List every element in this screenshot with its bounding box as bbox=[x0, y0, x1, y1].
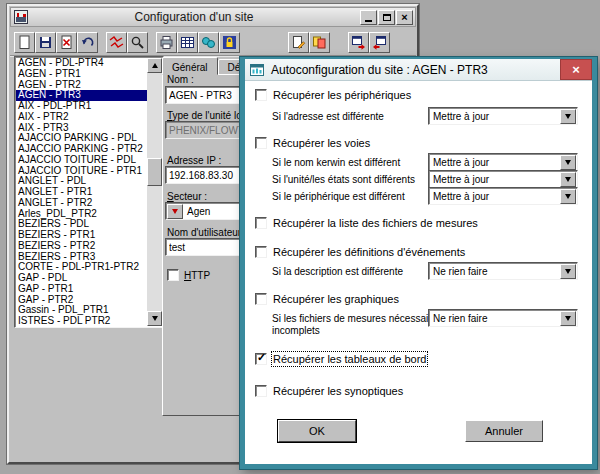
checkbox-synoptiques[interactable]: ✓ bbox=[255, 385, 267, 397]
dropdown-si-adresse[interactable]: Mettre à jour bbox=[428, 107, 578, 125]
new-button[interactable] bbox=[14, 32, 35, 53]
minimize-button[interactable] bbox=[360, 10, 377, 25]
dropdown-value: Mettre à jour bbox=[429, 157, 560, 168]
chevron-down-icon bbox=[565, 269, 571, 274]
option-label: Récupérer les graphiques bbox=[273, 293, 399, 305]
secteur-combo-button[interactable] bbox=[167, 204, 183, 219]
http-checkbox[interactable]: ✓ bbox=[167, 269, 179, 281]
dropdown-si-nom-kerwin[interactable]: Mettre à jour bbox=[428, 153, 578, 171]
dropdown-arrow-button[interactable] bbox=[560, 264, 576, 279]
dropdown-si-fichiers-incomplets[interactable]: Ne rien faire bbox=[428, 309, 578, 327]
print-button[interactable] bbox=[156, 32, 177, 53]
dropdown-arrow-button[interactable] bbox=[560, 155, 576, 170]
dropdown-arrow-button[interactable] bbox=[560, 311, 576, 326]
edit-all-button[interactable] bbox=[309, 32, 330, 53]
chevron-down-icon bbox=[565, 114, 571, 119]
checkbox-voies[interactable]: ✓ bbox=[255, 137, 267, 149]
network-button[interactable] bbox=[198, 32, 219, 53]
checkbox-tableaux-bord[interactable]: ✓ bbox=[255, 353, 267, 365]
undo-button[interactable] bbox=[77, 32, 98, 53]
option-peripheriques[interactable]: ✓ Récupérer les périphériques bbox=[255, 88, 582, 102]
window-title: Configuration d'un site bbox=[29, 10, 359, 24]
import-button[interactable] bbox=[369, 32, 390, 53]
nom-utilisateur-label: Nom d'utilisateur : bbox=[167, 227, 247, 238]
http-option[interactable]: ✓ HTTP bbox=[167, 269, 210, 281]
dialog-close-button[interactable]: × bbox=[560, 59, 592, 80]
site-list-scrollbar[interactable] bbox=[147, 58, 162, 326]
minimize-icon bbox=[365, 20, 372, 22]
chevron-down-icon bbox=[565, 194, 571, 199]
option-label: Récupérer les périphériques bbox=[273, 89, 411, 101]
chevron-down-icon bbox=[565, 160, 571, 165]
app-icon[interactable] bbox=[13, 9, 29, 25]
adresse-ip-label: Adresse IP : bbox=[167, 155, 221, 166]
option-definitions-evenements[interactable]: ✓ Récupérer les définitions d'événements bbox=[255, 245, 582, 259]
dialog-content: ✓ Récupérer les périphériques Si l'adres… bbox=[245, 81, 592, 464]
search-button[interactable] bbox=[127, 32, 148, 53]
suboption-label: Si l'adresse est différente bbox=[272, 108, 384, 123]
check-icon: ✓ bbox=[257, 351, 266, 364]
checkbox-graphiques[interactable]: ✓ bbox=[255, 293, 267, 305]
close-button[interactable]: × bbox=[396, 10, 413, 25]
suboption-label: Si l'unité/les états sont différents bbox=[272, 171, 415, 186]
dropdown-arrow-button[interactable] bbox=[560, 109, 576, 124]
suboption-peripherique: Si le périphérique est différent Mettre … bbox=[255, 188, 582, 205]
connection-button[interactable] bbox=[106, 32, 127, 53]
save-button[interactable] bbox=[35, 32, 56, 53]
site-list-item[interactable]: AIX - PTR2 bbox=[16, 112, 147, 123]
dropdown-arrow-button[interactable] bbox=[560, 189, 576, 204]
option-tableaux-bord[interactable]: ✓ Récupérer les tableaux de bord bbox=[255, 352, 582, 366]
export-button[interactable] bbox=[348, 32, 369, 53]
site-list-item[interactable]: ISTRES - PDL PTR2 bbox=[16, 316, 147, 326]
scroll-up-button[interactable] bbox=[147, 58, 162, 73]
secteur-label: Secteur : bbox=[167, 191, 207, 202]
checkbox-fichiers-mesures[interactable]: ✓ bbox=[255, 217, 267, 229]
suboption-unite-etats: Si l'unité/les états sont différents Met… bbox=[255, 171, 582, 188]
lock-button[interactable] bbox=[219, 32, 240, 53]
toolbar bbox=[10, 29, 416, 56]
site-list-item[interactable]: BEZIERS - PTR2 bbox=[16, 241, 147, 252]
config-window-titlebar[interactable]: Configuration d'un site × bbox=[10, 7, 416, 27]
scroll-up-icon bbox=[152, 63, 158, 68]
site-list-item[interactable]: AJACCIO TOITURE - PDL bbox=[16, 155, 147, 166]
nom-label: Nom : bbox=[167, 74, 194, 85]
suboption-label: Si le périphérique est différent bbox=[272, 188, 405, 203]
ok-button[interactable]: OK bbox=[278, 420, 356, 442]
dropdown-value: Mettre à jour bbox=[429, 174, 560, 185]
option-fichiers-mesures[interactable]: ✓ Récupérer la liste des fichiers de mes… bbox=[255, 216, 582, 230]
dropdown-si-peripherique[interactable]: Mettre à jour bbox=[428, 187, 578, 205]
option-label: Récupérer les tableaux de bord bbox=[273, 353, 426, 365]
dropdown-si-unite-etats[interactable]: Mettre à jour bbox=[428, 170, 578, 188]
site-list-item[interactable]: AGEN - PTR1 bbox=[16, 69, 147, 80]
dropdown-si-description[interactable]: Ne rien faire bbox=[428, 262, 578, 280]
cancel-button[interactable]: Annuler bbox=[465, 420, 543, 442]
table-button[interactable] bbox=[177, 32, 198, 53]
suboption-label: Si la description est différente bbox=[272, 263, 403, 278]
checkbox-peripheriques[interactable]: ✓ bbox=[255, 89, 267, 101]
dropdown-value: Ne rien faire bbox=[429, 266, 560, 277]
option-voies[interactable]: ✓ Récupérer les voies bbox=[255, 136, 582, 150]
scroll-thumb[interactable] bbox=[147, 158, 162, 186]
chevron-down-icon bbox=[565, 316, 571, 321]
type-unite-label: Type de l'unité loc bbox=[167, 110, 247, 121]
scroll-down-button[interactable] bbox=[147, 311, 162, 326]
site-list[interactable]: AGEN - PDL-PTR4AGEN - PTR1AGEN - PTR2AGE… bbox=[14, 56, 164, 328]
dialog-titlebar[interactable]: Autoconfiguration du site : AGEN - PTR3 … bbox=[245, 59, 592, 81]
delete-button[interactable] bbox=[56, 32, 77, 53]
site-list-item[interactable]: ANGLET - PTR2 bbox=[16, 198, 147, 209]
option-label: Récupérer les synoptiques bbox=[273, 385, 403, 397]
option-synoptiques[interactable]: ✓ Récupérer les synoptiques bbox=[255, 384, 582, 398]
suboption-description: Si la description est différente Ne rien… bbox=[255, 263, 582, 280]
suboption-adresse: Si l'adresse est différente Mettre à jou… bbox=[255, 108, 582, 125]
edit-button[interactable] bbox=[288, 32, 309, 53]
autoconfig-dialog: Autoconfiguration du site : AGEN - PTR3 … bbox=[240, 57, 597, 469]
scroll-down-icon bbox=[152, 316, 158, 321]
checkbox-definitions-evenements[interactable]: ✓ bbox=[255, 246, 267, 258]
option-graphiques[interactable]: ✓ Récupérer les graphiques bbox=[255, 292, 582, 306]
tab-general[interactable]: Général bbox=[162, 57, 218, 75]
site-list-item[interactable]: GAP - PTR1 bbox=[16, 284, 147, 295]
option-label: Récupérer la liste des fichiers de mesur… bbox=[273, 217, 478, 229]
dropdown-arrow-button[interactable] bbox=[560, 172, 576, 187]
desktop: Configuration d'un site × bbox=[0, 0, 600, 474]
maximize-button[interactable] bbox=[378, 10, 395, 25]
